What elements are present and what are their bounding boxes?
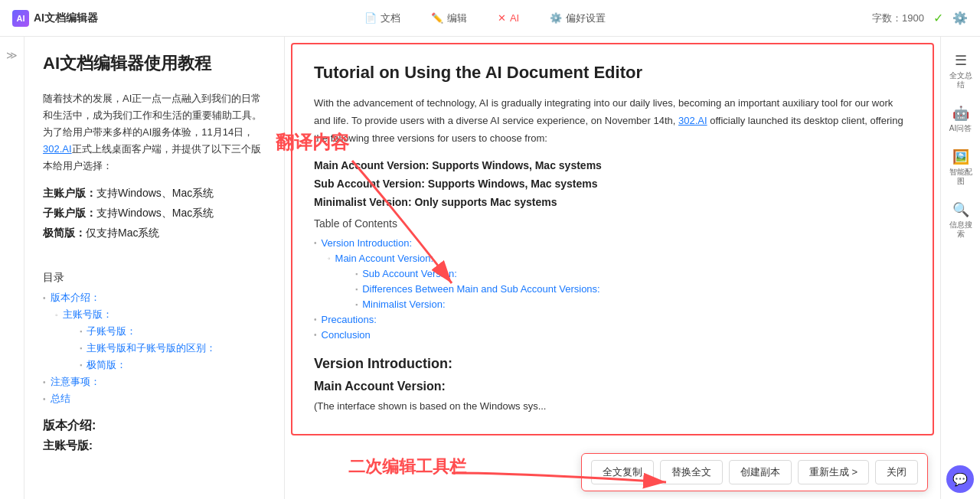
close-button[interactable]: 关闭 — [875, 460, 918, 484]
r-toc-version[interactable]: Version Introduction: — [314, 237, 911, 249]
sidebar-toggle: ≫ — [0, 37, 24, 499]
bottom-toolbar: 全文复制 替换全文 创建副本 重新生成 > 关闭 — [581, 453, 928, 491]
right-link[interactable]: 302.AI — [678, 115, 707, 126]
nav-doc-label: 文档 — [381, 11, 400, 25]
ai-icon: ✕ — [498, 12, 506, 24]
summary-label: 全文总结 — [946, 71, 975, 90]
toc-item-mini[interactable]: 极简版： — [80, 358, 266, 372]
tool-search[interactable]: 🔍 信息搜索 — [943, 195, 978, 245]
version-list-left: 主账户版：支持Windows、Mac系统 子账户版：支持Windows、Mac系… — [43, 187, 266, 240]
toggle-button[interactable]: ≫ — [3, 46, 21, 64]
right-mini-ver: Minimalist Version: Only supports Mac sy… — [314, 196, 911, 208]
intro-text-after: 正式上线桌面客户端，并提供了以下三个版本给用户选择： — [43, 143, 261, 171]
intro-text-before: 随着技术的发展，AI正一点一点融入到我们的日常和生活中，成为我们工作和生活的重要… — [43, 93, 262, 138]
intro-link[interactable]: 302.AI — [43, 143, 72, 155]
doc-intro: 随着技术的发展，AI正一点一点融入到我们的日常和生活中，成为我们工作和生活的重要… — [43, 90, 266, 174]
toc-item-version[interactable]: 版本介绍： — [43, 291, 266, 305]
toc-item-sub-acc[interactable]: 子账号版： — [80, 325, 266, 338]
right-main-ver: Main Account Version: Supports Windows, … — [314, 159, 911, 171]
copy-all-button[interactable]: 全文复制 — [591, 460, 654, 484]
r-toc-diff[interactable]: Differences Between Main and Sub Account… — [355, 283, 911, 295]
doc-icon: 📄 — [364, 12, 377, 24]
logo-icon: AI — [12, 10, 29, 27]
app-title: AI文档编辑器 — [34, 11, 98, 25]
toc-item-main-acc[interactable]: 主账号版： — [55, 308, 266, 321]
right-intro: With the advancement of technology, AI i… — [314, 95, 911, 147]
tool-summary[interactable]: ☰ 全文总结 — [943, 46, 978, 96]
tool-smart[interactable]: 🖼️ 智能配图 — [943, 142, 978, 192]
r-toc-conclusion[interactable]: Conclusion — [314, 329, 911, 341]
nav-left: AI AI文档编辑器 — [12, 10, 98, 27]
replace-all-button[interactable]: 替换全文 — [660, 460, 723, 484]
ai-tool-label: AI问答 — [949, 124, 972, 133]
right-toc-list: Version Introduction: Main Account Versi… — [314, 237, 911, 341]
right-section-title: Version Introduction: — [314, 356, 911, 372]
chat-icon: 💬 — [952, 472, 968, 487]
nav-doc[interactable]: 📄 文档 — [358, 8, 407, 28]
nav-settings-label: 偏好设置 — [566, 11, 606, 25]
tool-ai[interactable]: 🤖 AI问答 — [943, 99, 978, 139]
main-acc-heading: 主账号版: — [43, 439, 266, 453]
nav-center: 📄 文档 ✏️ 编辑 ✕ AI ⚙️ 偏好设置 — [358, 8, 612, 28]
r-toc-sub-acc[interactable]: Sub Account Version: — [355, 268, 911, 279]
toc-item-precautions[interactable]: 注意事项： — [43, 375, 266, 389]
ver-intro-heading: 版本介绍: — [43, 418, 266, 434]
nav-ai[interactable]: ✕ AI — [492, 9, 525, 27]
search-label: 信息搜索 — [946, 220, 975, 239]
summary-icon: ☰ — [955, 52, 967, 69]
right-body-text: (The interface shown is based on the Win… — [314, 400, 538, 412]
r-toc-main-acc[interactable]: Main Account Version: — [328, 253, 911, 264]
edit-icon: ✏️ — [431, 12, 443, 24]
create-script-button[interactable]: 创建副本 — [729, 460, 792, 484]
nav-edit-label: 编辑 — [447, 11, 467, 25]
r-toc-mini[interactable]: Minimalist Version: — [355, 298, 911, 310]
right-sub-body: (The interface shown is based on the Win… — [314, 398, 911, 416]
regenerate-button[interactable]: 重新生成 > — [798, 460, 869, 484]
nav-ai-label: AI — [510, 12, 519, 24]
ai-tool-icon: 🤖 — [952, 105, 969, 122]
right-version-list: Main Account Version: Supports Windows, … — [314, 159, 911, 208]
toc-heading: 目录 — [43, 271, 266, 285]
nav-right: 字数：1900 ✓ ⚙️ — [872, 11, 968, 25]
top-navigation: AI AI文档编辑器 📄 文档 ✏️ 编辑 ✕ AI ⚙️ 偏好设置 字数：19… — [0, 0, 980, 37]
settings-icon[interactable]: ⚙️ — [952, 11, 968, 25]
chat-bubble[interactable]: 💬 — [946, 465, 974, 493]
smart-label: 智能配图 — [946, 168, 975, 186]
version-mini: 极简版：仅支持Mac系统 — [43, 227, 266, 240]
search-icon: 🔍 — [952, 201, 969, 218]
nav-settings[interactable]: ⚙️ 偏好设置 — [544, 8, 612, 28]
r-toc-precautions[interactable]: Precautions: — [314, 314, 911, 325]
toc-item-diff[interactable]: 主账号版和子账号版的区别： — [80, 341, 266, 355]
smart-icon: 🖼️ — [952, 148, 969, 165]
version-main: 主账户版：支持Windows、Mac系统 — [43, 187, 266, 201]
check-icon: ✓ — [933, 11, 943, 25]
right-sub-title: Main Account Version: — [314, 380, 911, 393]
right-title: Tutorial on Using the AI Document Editor — [314, 63, 911, 83]
toc-item-conclusion[interactable]: 总结 — [43, 392, 266, 406]
app-logo: AI AI文档编辑器 — [12, 10, 98, 27]
main-area: ≫ AI文档编辑器使用教程 随着技术的发展，AI正一点一点融入到我们的日常和生活… — [0, 37, 980, 499]
left-panel: AI文档编辑器使用教程 随着技术的发展，AI正一点一点融入到我们的日常和生活中，… — [24, 37, 285, 499]
right-content-box: Tutorial on Using the AI Document Editor… — [291, 43, 934, 435]
right-toc-title: Table of Contents — [314, 217, 911, 230]
word-count: 字数：1900 — [872, 11, 924, 25]
version-sub: 子账户版：支持Windows、Mac系统 — [43, 207, 266, 220]
doc-title: AI文档编辑器使用教程 — [43, 52, 266, 75]
right-sub-ver: Sub Account Version: Supports Windows, M… — [314, 178, 911, 190]
toc-list-left: 版本介绍： 主账号版： 子账号版： 主账号版和子账号版的区别： 极简版： 注意事… — [43, 291, 266, 406]
nav-edit[interactable]: ✏️ 编辑 — [425, 8, 473, 28]
right-toolbar: ☰ 全文总结 🤖 AI问答 🖼️ 智能配图 🔍 信息搜索 — [940, 37, 980, 499]
pref-icon: ⚙️ — [550, 12, 562, 24]
right-panel: Tutorial on Using the AI Document Editor… — [285, 37, 940, 499]
